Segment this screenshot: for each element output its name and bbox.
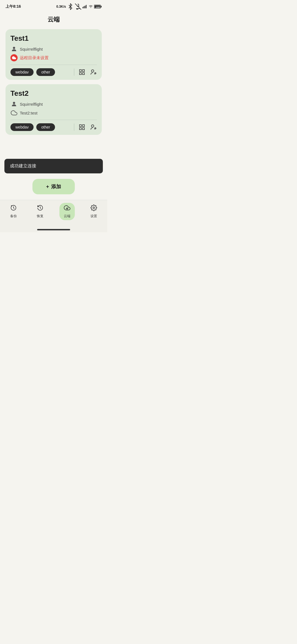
webdav-button-test1[interactable]: webdav bbox=[10, 68, 34, 76]
card-buttons-test1: webdav other bbox=[10, 68, 72, 76]
snackbar: 成功建立连接 bbox=[4, 159, 103, 173]
card-status-text-test2: Test2:test bbox=[20, 111, 37, 115]
cloud-card-test1: Test1 Squirrelflight 远程目录未设置 webdav ot bbox=[6, 29, 102, 80]
svg-rect-12 bbox=[82, 70, 84, 72]
card-buttons-test2: webdav other bbox=[10, 123, 72, 131]
card-icon-group-test2 bbox=[74, 124, 97, 131]
home-indicator bbox=[0, 227, 107, 232]
svg-point-22 bbox=[92, 125, 94, 127]
svg-text:100: 100 bbox=[96, 6, 100, 9]
card-status-row-test2: Test2:test bbox=[10, 109, 97, 116]
nav-label-settings: 设置 bbox=[90, 214, 97, 219]
other-button-test2[interactable]: other bbox=[36, 123, 55, 131]
status-right: 0.3K/s 100 bbox=[56, 3, 102, 10]
bluetooth-icon bbox=[67, 3, 74, 10]
svg-rect-20 bbox=[79, 128, 81, 130]
nav-label-restore: 恢复 bbox=[37, 214, 43, 219]
nav-item-cloud[interactable]: 云端 bbox=[59, 203, 75, 220]
user-icon-test2 bbox=[10, 100, 18, 108]
card-actions-test1: webdav other bbox=[10, 68, 97, 76]
cloud-error-icon-test1 bbox=[10, 54, 18, 61]
battery-icon: 100 bbox=[94, 5, 102, 9]
svg-rect-21 bbox=[82, 128, 84, 130]
svg-point-28 bbox=[93, 207, 95, 209]
card-username-test2: Squirrelflight bbox=[20, 102, 43, 107]
nav-item-restore[interactable]: 恢复 bbox=[32, 203, 48, 220]
restore-icon bbox=[37, 204, 43, 213]
svg-rect-4 bbox=[86, 5, 87, 9]
svg-rect-14 bbox=[82, 73, 84, 75]
card-divider-test1 bbox=[10, 65, 97, 65]
nav-item-backup[interactable]: 备份 bbox=[6, 203, 21, 220]
grid-button-test1[interactable] bbox=[79, 69, 85, 75]
card-username-row-test2: Squirrelflight bbox=[10, 100, 97, 108]
add-button[interactable]: + 添加 bbox=[32, 179, 75, 194]
card-title-test2: Test2 bbox=[10, 89, 97, 98]
grid-button-test2[interactable] bbox=[79, 124, 85, 130]
signal-icon bbox=[82, 5, 87, 9]
spacer bbox=[0, 144, 107, 152]
card-title-test1: Test1 bbox=[10, 34, 97, 43]
svg-point-5 bbox=[90, 8, 91, 8]
backup-icon bbox=[10, 204, 17, 213]
svg-rect-13 bbox=[79, 73, 81, 75]
user-icon-test1 bbox=[10, 45, 18, 53]
network-speed: 0.3K/s bbox=[56, 5, 66, 9]
user-settings-button-test1[interactable] bbox=[90, 69, 97, 76]
page-title: 云端 bbox=[0, 12, 107, 29]
cloud-upload-icon bbox=[64, 204, 70, 213]
svg-rect-11 bbox=[79, 70, 81, 72]
nav-item-settings[interactable]: 设置 bbox=[86, 203, 101, 220]
svg-rect-1 bbox=[82, 7, 83, 8]
add-button-wrapper: + 添加 bbox=[0, 177, 107, 200]
svg-point-15 bbox=[92, 70, 94, 72]
card-divider-test2 bbox=[10, 120, 97, 120]
card-actions-test2: webdav other bbox=[10, 123, 97, 131]
nav-label-cloud: 云端 bbox=[64, 214, 70, 219]
svg-rect-3 bbox=[85, 6, 86, 8]
wifi-icon bbox=[89, 5, 93, 9]
other-button-test1[interactable]: other bbox=[36, 68, 55, 76]
notification-off-icon bbox=[75, 3, 81, 10]
svg-rect-2 bbox=[84, 6, 84, 8]
add-icon: + bbox=[46, 184, 49, 190]
card-username-test1: Squirrelflight bbox=[20, 47, 43, 51]
home-bar bbox=[37, 229, 70, 230]
cards-area: Test1 Squirrelflight 远程目录未设置 webdav ot bbox=[0, 29, 107, 144]
add-label: 添加 bbox=[51, 183, 61, 190]
cloud-icon-test2 bbox=[10, 109, 18, 116]
card-username-row-test1: Squirrelflight bbox=[10, 45, 97, 53]
card-status-row-test1: 远程目录未设置 bbox=[10, 54, 97, 61]
nav-label-backup: 备份 bbox=[10, 214, 17, 219]
card-status-text-test1: 远程目录未设置 bbox=[20, 55, 49, 61]
user-settings-button-test2[interactable] bbox=[90, 124, 97, 131]
cloud-card-test2: Test2 Squirrelflight Test2:test webdav bbox=[6, 84, 102, 135]
svg-point-10 bbox=[13, 47, 15, 49]
card-icon-group-test1 bbox=[74, 69, 97, 76]
webdav-button-test2[interactable]: webdav bbox=[10, 123, 34, 131]
status-time: 上午8:16 bbox=[6, 4, 21, 9]
settings-icon bbox=[90, 204, 97, 213]
svg-point-17 bbox=[13, 102, 15, 104]
svg-rect-19 bbox=[82, 125, 84, 127]
svg-rect-7 bbox=[101, 6, 102, 7]
svg-rect-18 bbox=[79, 125, 81, 127]
bottom-nav: 备份 恢复 云端 设置 bbox=[0, 200, 107, 227]
status-bar: 上午8:16 0.3K/s bbox=[0, 0, 107, 12]
